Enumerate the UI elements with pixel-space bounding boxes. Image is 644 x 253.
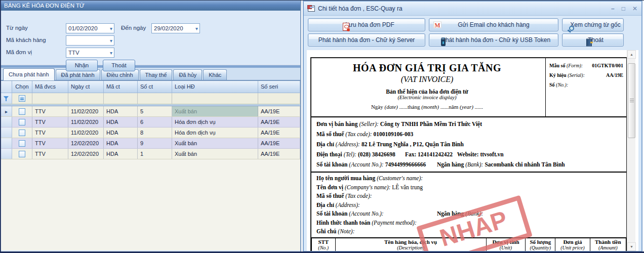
cell-so-seri[interactable]: AA/19E	[258, 128, 300, 138]
publish-server-button[interactable]: Phát hành hóa đơn - Chữ ký Server	[308, 33, 425, 47]
from-date-input[interactable]: 01/02/2020 ▾	[66, 23, 114, 33]
cell-ngay-ct[interactable]: 11/02/2020	[68, 128, 104, 138]
chevron-down-icon[interactable]: ▾	[110, 36, 112, 46]
cell-so-seri[interactable]: AA/19E	[258, 106, 300, 116]
row-checkbox[interactable]	[12, 117, 32, 127]
exit-button-right[interactable]: Thoát	[562, 33, 624, 47]
cell-ngay-ct[interactable]: 11/02/2020	[68, 117, 104, 127]
row-indicator: ▸	[1, 106, 12, 116]
cell-ma-ct[interactable]: HDA	[104, 106, 138, 116]
row-checkbox[interactable]	[12, 149, 32, 159]
col-header-loai-hd[interactable]: Loại HĐ	[172, 81, 258, 93]
row-checkbox[interactable]	[12, 138, 32, 148]
cell-loai-hd[interactable]: Hóa đơn dịch vụ	[172, 117, 258, 127]
row-checkbox[interactable]	[12, 128, 32, 138]
form-number-line: Mẫu số (Form): 01GTKT0/001	[549, 63, 623, 68]
tab-cancelled[interactable]: Đã hủy	[173, 69, 202, 80]
chevron-down-icon[interactable]: ▾	[110, 24, 112, 33]
cell-so-ct[interactable]: 6	[138, 117, 172, 127]
cell-ma-ct[interactable]: HDA	[104, 128, 138, 138]
seller-section: Đơn vị bán hàng(Seller):Công ty TNHH Phầ…	[311, 117, 626, 173]
cell-so-ct[interactable]: 8	[138, 128, 172, 138]
cell-loai-hd[interactable]: Hóa đơn dịch vụ	[172, 128, 258, 138]
unit-code-input[interactable]: TTV ▾	[66, 48, 114, 58]
panel-divider	[1, 64, 300, 68]
row-indicator	[1, 128, 12, 138]
row-indicator	[1, 117, 12, 127]
close-icon[interactable]: ✕	[632, 5, 637, 12]
col-header-ma-dvcs[interactable]: Mã đvcs	[32, 81, 68, 93]
filter-cell[interactable]	[258, 93, 300, 104]
cell-so-ct[interactable]: 1	[138, 149, 172, 159]
tab-not-published[interactable]: Chưa phát hành	[3, 68, 55, 80]
cell-so-seri[interactable]: AA/19E	[258, 149, 300, 159]
row-checkbox[interactable]	[12, 106, 32, 116]
chevron-down-icon[interactable]: ▾	[110, 49, 112, 58]
window-icon	[308, 6, 315, 12]
cell-ma-dvcs[interactable]: TTV	[32, 117, 68, 127]
maximize-icon[interactable]: □	[622, 5, 625, 12]
cell-ma-ct[interactable]: HDA	[104, 138, 138, 148]
gmail-icon: M	[433, 22, 441, 28]
cell-ma-ct[interactable]: HDA	[104, 117, 138, 127]
filter-cell[interactable]	[172, 93, 258, 104]
filter-cell[interactable]	[138, 93, 172, 104]
filter-funnel-icon[interactable]	[1, 93, 12, 104]
table-row[interactable]: TTV 11/02/2020 HDA 6 Hóa đơn dịch vụ AA/…	[1, 117, 300, 128]
publish-usb-token-button[interactable]: Phát hành hóa đơn - Chữ ký USB Token	[429, 33, 558, 47]
scroll-down-icon[interactable]: ▼	[627, 242, 636, 251]
view-original-button[interactable]: Xem chứng từ gốc	[562, 18, 624, 31]
tab-other[interactable]: Khác	[203, 69, 227, 80]
cell-ngay-ct[interactable]: 11/02/2020	[68, 106, 104, 116]
cell-loai-hd-selected[interactable]: Xuất bán	[172, 106, 258, 116]
cell-so-ct[interactable]: 5	[138, 106, 172, 116]
col-header-chon[interactable]: Chọn	[12, 81, 32, 93]
cell-ngay-ct[interactable]: 12/02/2020	[68, 149, 104, 159]
cell-so-seri[interactable]: AA/19E	[258, 138, 300, 148]
invoice-date-line: Ngày (date) ......tháng (month) ......nă…	[315, 104, 539, 110]
table-row[interactable]: ▸ TTV 11/02/2020 HDA 5 Xuất bán AA/19E	[1, 106, 300, 117]
invoice-status-tabs: Chưa phát hành Đã phát hành Điều chỉnh T…	[1, 68, 300, 80]
send-email-button[interactable]: M Gửi Email cho khách hàng	[429, 18, 558, 31]
accept-button[interactable]: Nhận	[66, 60, 98, 71]
table-row[interactable]: TTV 12/02/2020 HDA 1 Xuất bán AA/19E	[1, 149, 300, 159]
col-header-so-ct[interactable]: Số ct	[138, 81, 172, 93]
cell-loai-hd[interactable]: Xuất bán	[172, 138, 258, 148]
preview-scrollbar[interactable]: ▲ ▼	[627, 50, 635, 251]
cell-ma-dvcs[interactable]: TTV	[32, 138, 68, 148]
cell-ma-dvcs[interactable]: TTV	[32, 106, 68, 116]
customer-code-input[interactable]: ▾	[66, 35, 114, 46]
cell-ma-dvcs[interactable]: TTV	[32, 128, 68, 138]
filter-cell[interactable]	[104, 93, 138, 104]
invoice-title-en: (VAT INVOICE)	[315, 75, 539, 84]
select-all-checkbox[interactable]	[12, 93, 32, 104]
col-header-ma-ct[interactable]: Mã ct	[104, 81, 138, 93]
chevron-down-icon[interactable]: ▾	[195, 24, 198, 33]
cell-ngay-ct[interactable]: 12/02/2020	[68, 138, 104, 148]
minimize-icon[interactable]: –	[611, 5, 615, 12]
table-row[interactable]: TTV 12/02/2020 HDA 9 Xuất bán AA/19E	[1, 138, 300, 149]
scrollbar-thumb[interactable]	[628, 63, 635, 138]
grid-filter-row	[1, 93, 300, 104]
to-date-input[interactable]: 29/02/2020 ▾	[151, 23, 200, 33]
tab-replaced[interactable]: Thay thế	[140, 69, 173, 80]
cell-ma-dvcs[interactable]: TTV	[32, 149, 68, 159]
detail-title-bar[interactable]: Chi tiết hóa đơn , ESC-Quay ra – □ ✕	[304, 2, 641, 16]
filter-cell[interactable]	[68, 93, 104, 104]
scroll-up-icon[interactable]: ▲	[627, 50, 636, 59]
save-pdf-button[interactable]: Lưu hóa đơn PDF	[308, 18, 425, 31]
table-row[interactable]: TTV 11/02/2020 HDA 8 Hóa đơn dịch vụ AA/…	[1, 128, 300, 138]
invoice-title: HÓA ĐƠN GIÁ TRỊ GIA TĂNG	[315, 62, 539, 74]
cell-ma-ct[interactable]: HDA	[104, 149, 138, 159]
invoice-grid: Chọn Mã đvcs Ngày ct Mã ct Số ct Loại HĐ…	[1, 80, 300, 250]
cell-so-seri[interactable]: AA/19E	[258, 117, 300, 127]
row-indicator	[1, 149, 12, 159]
cell-loai-hd[interactable]: Xuất bán	[172, 149, 258, 159]
exit-button-left[interactable]: Thoát	[103, 60, 135, 71]
invoice-preview-viewer: HÓA ĐƠN GIÁ TRỊ GIA TĂNG (VAT INVOICE) B…	[307, 50, 638, 251]
cell-so-ct[interactable]: 9	[138, 138, 172, 148]
col-header-so-seri[interactable]: Số seri	[258, 81, 300, 93]
filter-cell[interactable]	[32, 93, 68, 104]
col-header-ngay-ct[interactable]: Ngày ct	[68, 81, 104, 93]
invoice-meta: Mẫu số (Form): 01GTKT0/001 Ký hiệu (Seri…	[545, 58, 626, 116]
